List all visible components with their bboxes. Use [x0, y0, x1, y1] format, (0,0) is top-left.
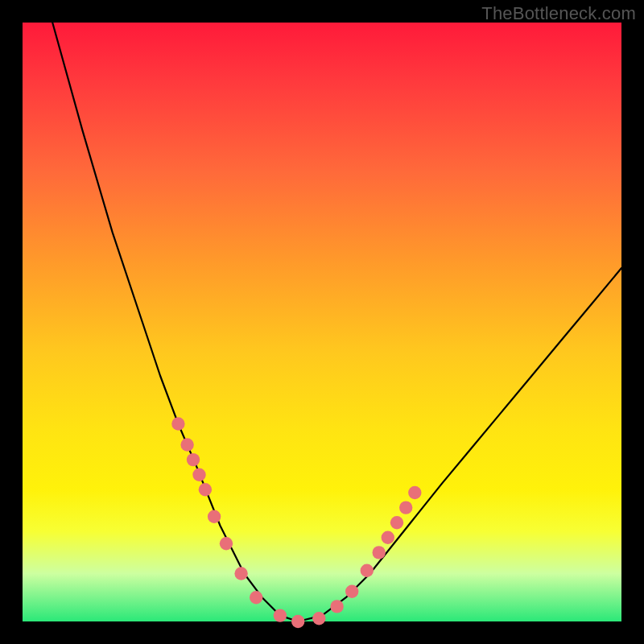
marker-dot [180, 438, 193, 451]
marker-dot [171, 417, 184, 430]
marker-dot [345, 585, 358, 598]
watermark-text: TheBottleneck.com [481, 3, 636, 24]
marker-dot [208, 510, 221, 523]
marker-dot [361, 564, 374, 577]
marker-dot [291, 615, 304, 628]
marker-dots [171, 417, 421, 628]
marker-dot [382, 531, 394, 544]
marker-dot [408, 486, 421, 499]
bottleneck-curve [52, 23, 621, 621]
marker-dot [250, 591, 262, 604]
marker-dot [399, 501, 412, 514]
chart-frame: TheBottleneck.com [0, 0, 644, 644]
marker-dot [373, 546, 386, 559]
chart-overlay [23, 23, 621, 621]
plot-area [23, 23, 621, 621]
marker-dot [192, 469, 205, 481]
marker-dot [312, 612, 325, 625]
marker-dot [274, 609, 287, 621]
marker-dot [220, 537, 233, 550]
marker-dot [187, 453, 200, 466]
marker-dot [199, 483, 212, 496]
marker-dot [390, 516, 403, 529]
marker-dot [234, 567, 247, 580]
marker-dot [330, 600, 343, 613]
